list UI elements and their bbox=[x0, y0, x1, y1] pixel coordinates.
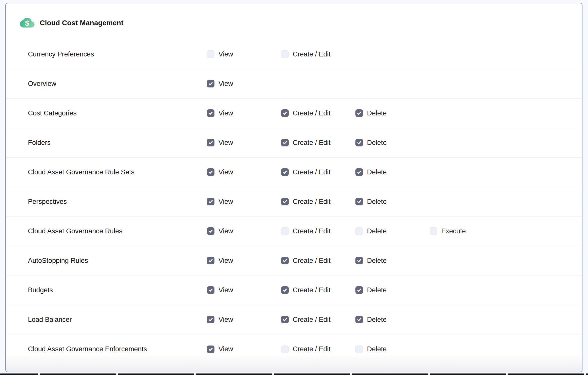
view-checkbox[interactable] bbox=[207, 346, 214, 353]
permission-row-cost-categories: Cost Categories View Create / Edit Delet… bbox=[6, 99, 582, 128]
permission-cell: View bbox=[207, 286, 281, 294]
card-header: $ Cloud Cost Management bbox=[6, 3, 582, 30]
delete-checkbox[interactable] bbox=[355, 139, 363, 146]
permission-row-overview: Overview View bbox=[6, 69, 582, 99]
view-checkbox[interactable] bbox=[207, 139, 214, 146]
checkmark-icon bbox=[357, 199, 362, 204]
permission-row-autostopping-rules: AutoStopping Rules View Create / Edit De… bbox=[6, 246, 582, 275]
delete-checkbox[interactable] bbox=[355, 198, 363, 205]
view-label: View bbox=[218, 257, 233, 265]
checkmark-icon bbox=[208, 170, 213, 175]
delete-checkbox[interactable] bbox=[355, 168, 363, 176]
create-edit-checkbox[interactable] bbox=[281, 198, 289, 205]
checkmark-icon bbox=[282, 288, 287, 293]
delete-checkbox[interactable] bbox=[355, 316, 363, 323]
checkmark-icon bbox=[357, 111, 362, 116]
resource-label: Cloud Asset Governance Rules bbox=[28, 227, 207, 235]
view-checkbox[interactable] bbox=[207, 227, 214, 235]
checkmark-icon bbox=[208, 81, 213, 86]
view-label: View bbox=[218, 168, 233, 176]
create-edit-checkbox[interactable] bbox=[281, 257, 289, 264]
create-edit-label: Create / Edit bbox=[293, 109, 330, 117]
resource-label: Cloud Asset Governance Rule Sets bbox=[28, 168, 207, 176]
permission-row-perspectives: Perspectives View Create / Edit Delete bbox=[6, 187, 582, 216]
view-label: View bbox=[218, 345, 233, 353]
resource-label: Cost Categories bbox=[28, 109, 207, 117]
create-edit-label: Create / Edit bbox=[293, 168, 330, 176]
delete-label: Delete bbox=[367, 198, 387, 206]
permission-cell: View bbox=[207, 198, 281, 206]
permission-cell: Create / Edit bbox=[281, 257, 355, 265]
delete-checkbox[interactable] bbox=[355, 286, 363, 294]
permission-row-cloud-asset-governance-enforcements: Cloud Asset Governance Enforcements View… bbox=[6, 334, 582, 364]
create-edit-checkbox[interactable] bbox=[281, 286, 289, 294]
view-checkbox[interactable] bbox=[207, 80, 214, 87]
permission-row-cloud-asset-governance-rules: Cloud Asset Governance Rules View Create… bbox=[6, 216, 582, 246]
checkmark-icon bbox=[357, 258, 362, 263]
view-checkbox[interactable] bbox=[207, 50, 214, 58]
permission-cell: View bbox=[207, 50, 281, 58]
resource-label: Overview bbox=[28, 80, 207, 88]
view-checkbox[interactable] bbox=[207, 316, 214, 323]
resource-label: AutoStopping Rules bbox=[28, 257, 207, 265]
permission-cell: Delete bbox=[355, 227, 430, 235]
execute-label: Execute bbox=[441, 227, 466, 235]
permission-cell: Execute bbox=[430, 227, 504, 235]
view-label: View bbox=[218, 198, 233, 206]
checkmark-icon bbox=[208, 140, 213, 145]
permission-cell: Create / Edit bbox=[281, 139, 355, 147]
permission-cell: Delete bbox=[355, 257, 430, 265]
checkmark-icon bbox=[208, 317, 213, 322]
dollar-glyph: $ bbox=[25, 19, 29, 27]
checkmark-icon bbox=[357, 170, 362, 175]
create-edit-checkbox[interactable] bbox=[281, 316, 289, 323]
view-checkbox[interactable] bbox=[207, 109, 214, 117]
create-edit-label: Create / Edit bbox=[293, 227, 330, 235]
permission-cell: View bbox=[207, 168, 281, 176]
create-edit-checkbox[interactable] bbox=[281, 139, 289, 146]
view-checkbox[interactable] bbox=[207, 286, 214, 294]
delete-label: Delete bbox=[367, 257, 387, 265]
checkmark-icon bbox=[357, 140, 362, 145]
checkmark-icon bbox=[208, 258, 213, 263]
view-checkbox[interactable] bbox=[207, 168, 214, 176]
permission-cell: Create / Edit bbox=[281, 109, 355, 117]
checkmark-icon bbox=[282, 317, 287, 322]
view-checkbox[interactable] bbox=[207, 198, 214, 205]
delete-checkbox[interactable] bbox=[355, 346, 363, 353]
checkmark-icon bbox=[282, 111, 287, 116]
cloud-dollar-icon: $ bbox=[20, 16, 34, 30]
delete-checkbox[interactable] bbox=[355, 257, 363, 264]
view-label: View bbox=[218, 227, 233, 235]
create-edit-checkbox[interactable] bbox=[281, 168, 289, 176]
cloud-cost-management-card: $ Cloud Cost Management Currency Prefere… bbox=[5, 3, 582, 372]
permission-cell: Delete bbox=[355, 109, 430, 117]
permission-cell: Delete bbox=[355, 286, 430, 294]
create-edit-checkbox[interactable] bbox=[281, 50, 289, 58]
resource-label: Perspectives bbox=[28, 198, 207, 206]
delete-checkbox[interactable] bbox=[355, 109, 363, 117]
create-edit-label: Create / Edit bbox=[293, 257, 330, 265]
permission-cell: Create / Edit bbox=[281, 286, 355, 294]
create-edit-label: Create / Edit bbox=[293, 345, 330, 353]
checkmark-icon bbox=[208, 111, 213, 116]
permission-cell: View bbox=[207, 257, 281, 265]
checkmark-icon bbox=[208, 199, 213, 204]
permission-cell: Delete bbox=[355, 139, 430, 147]
view-checkbox[interactable] bbox=[207, 257, 214, 264]
create-edit-checkbox[interactable] bbox=[281, 227, 289, 235]
permission-cell: Delete bbox=[355, 345, 430, 353]
execute-checkbox[interactable] bbox=[430, 227, 437, 235]
permission-cell: View bbox=[207, 316, 281, 324]
clipped-content-strip bbox=[0, 373, 588, 375]
resource-label: Cloud Asset Governance Enforcements bbox=[28, 345, 207, 353]
permission-cell: Create / Edit bbox=[281, 345, 355, 353]
resource-label: Load Balancer bbox=[28, 316, 207, 324]
create-edit-checkbox[interactable] bbox=[281, 109, 289, 117]
create-edit-label: Create / Edit bbox=[293, 316, 330, 324]
delete-label: Delete bbox=[367, 227, 387, 235]
checkmark-icon bbox=[282, 140, 287, 145]
create-edit-checkbox[interactable] bbox=[281, 346, 289, 353]
delete-checkbox[interactable] bbox=[355, 227, 363, 235]
checkmark-icon bbox=[208, 229, 213, 234]
